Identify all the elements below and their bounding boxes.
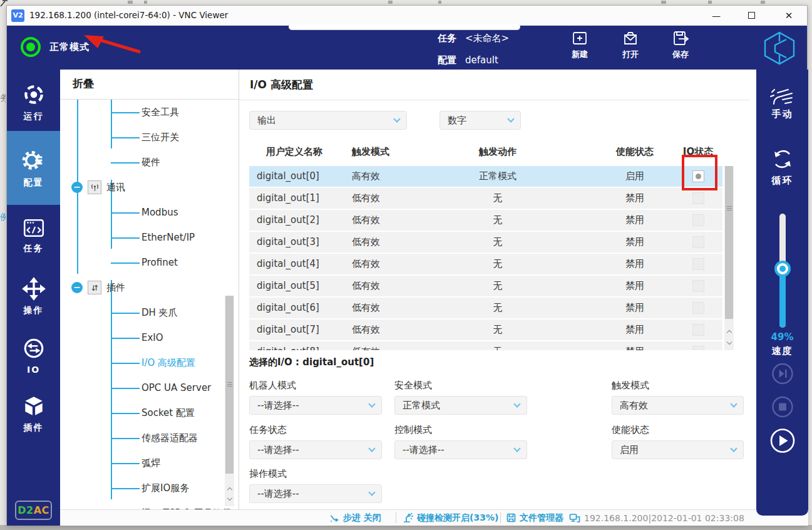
sidebar-item-run[interactable]: 运行 (7, 73, 60, 131)
scrollbar-thumb[interactable] (225, 296, 234, 474)
tree-item[interactable]: − 传感器适配器 (60, 425, 217, 450)
form-field: 安全模式 正常模式 (394, 380, 527, 415)
table-row[interactable]: digital_out[8] 低有效 无 禁用 (249, 341, 722, 350)
tree-item[interactable]: − Socket 配置 (60, 400, 217, 425)
scrollbar-grip (227, 382, 232, 387)
annotation-arrow (79, 31, 148, 56)
step-icon (329, 513, 340, 523)
table-row[interactable]: digital_out[0] 高有效 正常模式 启用 (249, 166, 722, 187)
table-header: 用户定义名称 触发模式 触发动作 使能状态 IO状态 (249, 143, 722, 160)
io-type-select[interactable]: 数字 (439, 111, 521, 130)
tree-item[interactable]: − DH 夹爪 (60, 300, 217, 325)
tree-item[interactable]: − EtherNet/IP (60, 225, 217, 250)
table-row[interactable]: digital_out[5] 低有效 无 禁用 (249, 276, 722, 296)
maximize-button[interactable] (738, 6, 764, 25)
enable-state-cell: 禁用 (597, 298, 672, 318)
tree-item[interactable]: − 远程 TCP & 工具路径 (60, 501, 217, 509)
task-label: 任务 (438, 33, 456, 44)
io-state-indicator[interactable] (692, 280, 704, 292)
tree-header[interactable]: 折叠 (60, 70, 239, 100)
save-button[interactable]: 保存 (661, 29, 700, 60)
table-row[interactable]: digital_out[1] 低有效 无 禁用 (249, 188, 722, 209)
scrollbar-thumb[interactable] (725, 166, 733, 319)
sidebar-item-io[interactable]: IO (7, 326, 60, 384)
scroll-up-icon[interactable] (724, 328, 734, 338)
stop-button[interactable] (771, 396, 793, 418)
form-field-select[interactable]: --请选择-- (394, 440, 527, 459)
window-titlebar[interactable]: V2 192.168.1.200 (intel-corei7-64:0) - V… (7, 6, 807, 26)
tree-item[interactable]: − Modbus (60, 200, 217, 225)
desktop-fragment (438, 1, 441, 4)
io-advanced-config-panel: I/O 高级配置 输出 数字 用户定义名称 触发模式 触发动作 使能状态 IO状… (239, 70, 750, 509)
io-direction-select[interactable]: 输出 (249, 111, 407, 130)
loop-mode-label[interactable]: 循环 (756, 175, 808, 187)
io-state-indicator[interactable] (692, 192, 704, 204)
io-state-indicator[interactable] (692, 324, 704, 336)
form-field-select[interactable]: --请选择-- (249, 396, 382, 415)
sidebar-item-task[interactable]: 任务 (7, 205, 60, 266)
play-button[interactable] (769, 428, 795, 454)
speed-slider-thumb[interactable] (774, 261, 791, 277)
vnc-toolbar-notch[interactable] (289, 24, 520, 30)
tree-item[interactable]: − ExIO (60, 325, 217, 350)
collapse-minus-icon[interactable]: − (71, 282, 83, 293)
tree-item[interactable]: − 插件 (60, 275, 217, 300)
trigger-mode-cell: 低有效 (352, 298, 380, 318)
tree-item[interactable]: − 弧焊 (60, 450, 217, 475)
tree-item[interactable]: − 硬件 (60, 150, 217, 175)
tree-group-icon (88, 281, 101, 294)
step-forward-button[interactable] (771, 363, 793, 385)
collision-detect-status[interactable]: 碰撞检测开启(33%) (402, 510, 498, 526)
new-button[interactable]: 新建 (560, 29, 599, 60)
tree-item[interactable]: − I/O 高级配置 (60, 350, 217, 375)
tree-item[interactable]: − 三位开关 (60, 125, 217, 150)
io-state-indicator[interactable] (692, 302, 704, 314)
form-field-select[interactable]: 高有效 (612, 396, 744, 415)
manual-mode-label[interactable]: 手动 (756, 108, 808, 120)
tree-item[interactable]: − Profinet (60, 250, 217, 275)
io-state-indicator[interactable] (692, 346, 704, 350)
d2ac-logo[interactable]: D2AC (15, 501, 52, 520)
tree-item[interactable]: − 安全工具 (60, 100, 217, 125)
tree-item-label: Socket 配置 (141, 407, 195, 419)
io-state-indicator[interactable] (692, 214, 704, 226)
io-state-indicator[interactable] (692, 258, 704, 270)
table-row[interactable]: digital_out[4] 低有效 无 禁用 (249, 254, 722, 274)
loop-icon (769, 146, 796, 172)
minimize-button[interactable]: — (703, 6, 729, 25)
tree-item[interactable]: − OPC UA Server (60, 375, 217, 400)
sidebar-item-config[interactable]: 配置 (7, 131, 60, 205)
io-state-indicator[interactable] (692, 236, 704, 248)
table-row[interactable]: digital_out[2] 低有效 无 禁用 (249, 210, 722, 231)
tree-scrollbar[interactable] (225, 296, 234, 506)
table-row[interactable]: digital_out[6] 低有效 无 禁用 (249, 298, 722, 318)
enable-state-cell: 禁用 (597, 254, 672, 274)
form-field-select[interactable]: 启用 (612, 440, 744, 459)
scroll-down-icon[interactable] (724, 339, 734, 349)
sidebar-item-operate[interactable]: 操作 (7, 266, 60, 326)
connection-status: 192.168.1.200|2012-01-01 02:33:08 (569, 510, 744, 526)
step-mode-status[interactable]: 步进 关闭 (329, 510, 381, 526)
tree-item[interactable]: − 扩展IO服务 (60, 475, 217, 501)
scroll-down-icon[interactable] (225, 495, 234, 505)
collapse-minus-icon[interactable]: − (71, 182, 83, 193)
file-manager-button[interactable]: 文件管理器 (506, 510, 563, 526)
vnc-app-icon: V2 (11, 9, 24, 22)
io-sync-icon (22, 336, 46, 360)
form-field-label: 安全模式 (394, 380, 527, 392)
desktop-fragment (144, 1, 147, 4)
close-button[interactable]: ✕ (776, 6, 802, 25)
table-row[interactable]: digital_out[3] 低有效 无 禁用 (249, 232, 722, 252)
table-scrollbar[interactable] (724, 166, 734, 350)
form-field-select[interactable]: --请选择-- (249, 484, 382, 503)
table-row[interactable]: digital_out[7] 低有效 无 禁用 (249, 320, 722, 340)
antenna-icon (90, 183, 100, 192)
scroll-up-icon[interactable] (225, 485, 234, 495)
desktop-fragment (388, 1, 393, 4)
open-button[interactable]: 打开 (611, 29, 650, 60)
sidebar-item-plugin[interactable]: 插件 (7, 384, 60, 444)
tree-item[interactable]: − 通讯 (60, 175, 217, 200)
form-field-select[interactable]: --请选择-- (249, 440, 382, 459)
form-field-select[interactable]: 正常模式 (394, 396, 527, 415)
tree-items: − 安全工具 − (60, 100, 217, 509)
